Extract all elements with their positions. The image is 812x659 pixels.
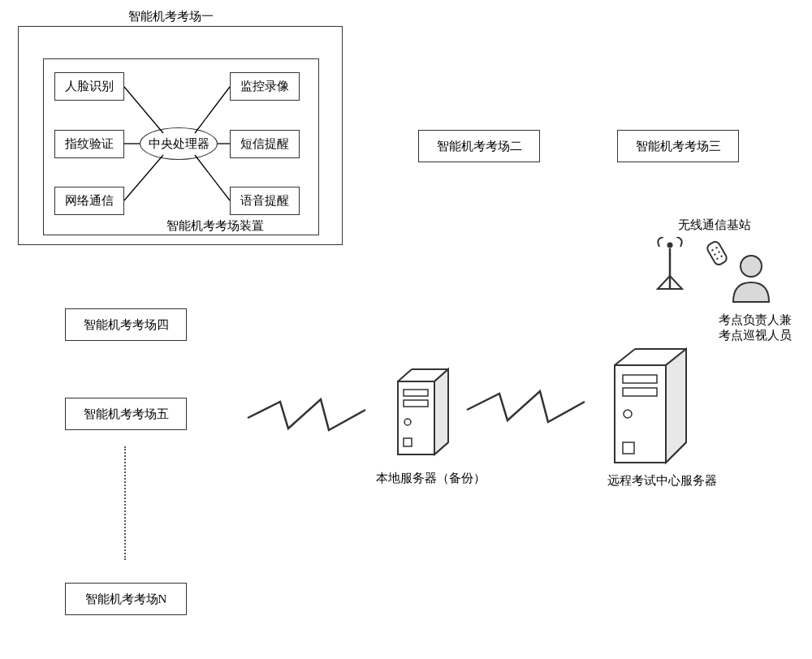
zigzag-link-2 bbox=[463, 381, 605, 430]
room-3: 智能机考考场三 bbox=[617, 130, 739, 162]
room-2-label: 智能机考考场二 bbox=[437, 139, 522, 154]
svg-point-21 bbox=[667, 243, 673, 248]
room-5: 智能机考考场五 bbox=[65, 398, 187, 430]
ellipsis-dots bbox=[124, 446, 126, 560]
svg-rect-22 bbox=[706, 240, 728, 266]
base-station-label: 无线通信基站 bbox=[662, 218, 767, 233]
room-3-label: 智能机考考场三 bbox=[636, 139, 721, 154]
svg-point-29 bbox=[741, 256, 762, 277]
svg-line-7 bbox=[398, 369, 412, 381]
room-n: 智能机考考场N bbox=[65, 583, 187, 615]
room-1-title: 智能机考考场一 bbox=[81, 9, 260, 24]
svg-line-3 bbox=[195, 87, 230, 133]
room-4: 智能机考考场四 bbox=[65, 308, 187, 341]
svg-line-14 bbox=[615, 349, 635, 365]
zigzag-link-1 bbox=[244, 390, 390, 438]
room-5-label: 智能机考考场五 bbox=[84, 407, 169, 422]
room-2: 智能机考考场二 bbox=[418, 130, 540, 162]
local-server-label: 本地服务器（备份） bbox=[365, 471, 495, 486]
antenna-icon bbox=[650, 237, 690, 302]
svg-line-5 bbox=[195, 155, 230, 200]
local-server-icon bbox=[390, 361, 460, 467]
remote-server-icon bbox=[605, 341, 702, 471]
cpu-connectors bbox=[43, 58, 319, 235]
room-n-label: 智能机考考场N bbox=[85, 592, 167, 607]
remote-server-label: 远程考试中心服务器 bbox=[597, 473, 727, 489]
room-4-label: 智能机考考场四 bbox=[84, 317, 169, 333]
inspector-label: 考点负责人兼 考点巡视人员 bbox=[706, 312, 804, 343]
svg-line-2 bbox=[124, 155, 163, 200]
svg-line-0 bbox=[124, 87, 163, 133]
person-icon bbox=[727, 252, 775, 308]
